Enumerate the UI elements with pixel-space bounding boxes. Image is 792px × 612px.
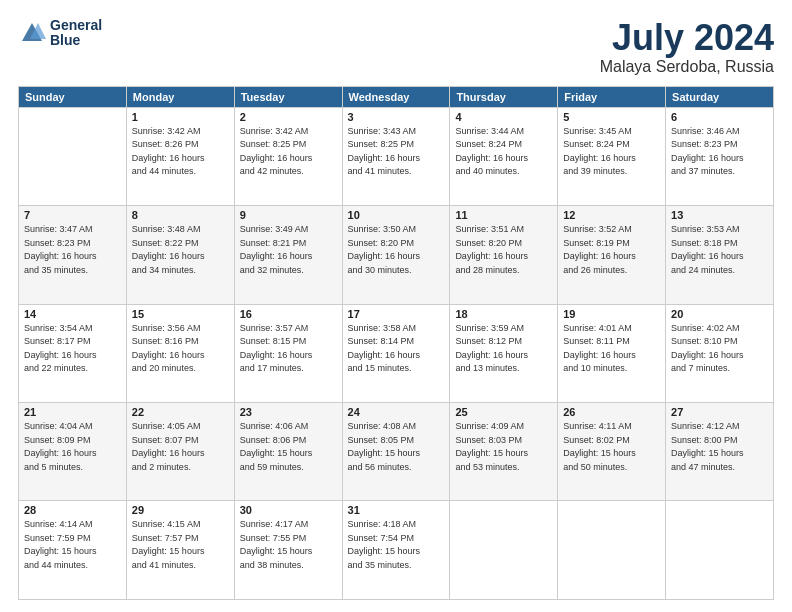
calendar-cell: 31Sunrise: 4:18 AM Sunset: 7:54 PM Dayli… xyxy=(342,501,450,600)
day-info: Sunrise: 4:11 AM Sunset: 8:02 PM Dayligh… xyxy=(563,420,660,474)
day-number: 30 xyxy=(240,504,337,516)
day-info: Sunrise: 4:18 AM Sunset: 7:54 PM Dayligh… xyxy=(348,518,445,572)
calendar-cell: 16Sunrise: 3:57 AM Sunset: 8:15 PM Dayli… xyxy=(234,304,342,402)
calendar-cell: 27Sunrise: 4:12 AM Sunset: 8:00 PM Dayli… xyxy=(666,403,774,501)
logo-icon xyxy=(18,19,46,47)
day-number: 15 xyxy=(132,308,229,320)
day-number: 22 xyxy=(132,406,229,418)
day-info: Sunrise: 3:57 AM Sunset: 8:15 PM Dayligh… xyxy=(240,322,337,376)
day-number: 9 xyxy=(240,209,337,221)
calendar-cell: 18Sunrise: 3:59 AM Sunset: 8:12 PM Dayli… xyxy=(450,304,558,402)
calendar-cell: 15Sunrise: 3:56 AM Sunset: 8:16 PM Dayli… xyxy=(126,304,234,402)
day-number: 11 xyxy=(455,209,552,221)
day-number: 4 xyxy=(455,111,552,123)
calendar-cell: 14Sunrise: 3:54 AM Sunset: 8:17 PM Dayli… xyxy=(19,304,127,402)
calendar-cell xyxy=(19,107,127,205)
day-info: Sunrise: 3:53 AM Sunset: 8:18 PM Dayligh… xyxy=(671,223,768,277)
calendar-cell: 28Sunrise: 4:14 AM Sunset: 7:59 PM Dayli… xyxy=(19,501,127,600)
calendar-cell: 20Sunrise: 4:02 AM Sunset: 8:10 PM Dayli… xyxy=(666,304,774,402)
weekday-header-thursday: Thursday xyxy=(450,86,558,107)
day-info: Sunrise: 3:44 AM Sunset: 8:24 PM Dayligh… xyxy=(455,125,552,179)
day-number: 19 xyxy=(563,308,660,320)
calendar-cell: 12Sunrise: 3:52 AM Sunset: 8:19 PM Dayli… xyxy=(558,206,666,304)
calendar-cell: 10Sunrise: 3:50 AM Sunset: 8:20 PM Dayli… xyxy=(342,206,450,304)
day-info: Sunrise: 3:51 AM Sunset: 8:20 PM Dayligh… xyxy=(455,223,552,277)
day-info: Sunrise: 4:15 AM Sunset: 7:57 PM Dayligh… xyxy=(132,518,229,572)
day-number: 18 xyxy=(455,308,552,320)
day-number: 12 xyxy=(563,209,660,221)
calendar-cell: 13Sunrise: 3:53 AM Sunset: 8:18 PM Dayli… xyxy=(666,206,774,304)
day-number: 16 xyxy=(240,308,337,320)
day-number: 25 xyxy=(455,406,552,418)
calendar-cell: 22Sunrise: 4:05 AM Sunset: 8:07 PM Dayli… xyxy=(126,403,234,501)
header: General Blue July 2024 Malaya Serdoba, R… xyxy=(18,18,774,76)
calendar-cell: 17Sunrise: 3:58 AM Sunset: 8:14 PM Dayli… xyxy=(342,304,450,402)
day-number: 13 xyxy=(671,209,768,221)
calendar-cell: 9Sunrise: 3:49 AM Sunset: 8:21 PM Daylig… xyxy=(234,206,342,304)
calendar-cell: 2Sunrise: 3:42 AM Sunset: 8:25 PM Daylig… xyxy=(234,107,342,205)
calendar-cell: 25Sunrise: 4:09 AM Sunset: 8:03 PM Dayli… xyxy=(450,403,558,501)
day-number: 29 xyxy=(132,504,229,516)
day-info: Sunrise: 4:14 AM Sunset: 7:59 PM Dayligh… xyxy=(24,518,121,572)
calendar-table: SundayMondayTuesdayWednesdayThursdayFrid… xyxy=(18,86,774,600)
logo-text: General Blue xyxy=(50,18,102,49)
day-info: Sunrise: 3:50 AM Sunset: 8:20 PM Dayligh… xyxy=(348,223,445,277)
day-info: Sunrise: 3:49 AM Sunset: 8:21 PM Dayligh… xyxy=(240,223,337,277)
weekday-header-sunday: Sunday xyxy=(19,86,127,107)
day-number: 10 xyxy=(348,209,445,221)
day-number: 20 xyxy=(671,308,768,320)
day-number: 27 xyxy=(671,406,768,418)
calendar-cell: 4Sunrise: 3:44 AM Sunset: 8:24 PM Daylig… xyxy=(450,107,558,205)
day-number: 31 xyxy=(348,504,445,516)
calendar-cell: 6Sunrise: 3:46 AM Sunset: 8:23 PM Daylig… xyxy=(666,107,774,205)
day-info: Sunrise: 4:06 AM Sunset: 8:06 PM Dayligh… xyxy=(240,420,337,474)
calendar-cell: 26Sunrise: 4:11 AM Sunset: 8:02 PM Dayli… xyxy=(558,403,666,501)
calendar-cell xyxy=(558,501,666,600)
day-number: 23 xyxy=(240,406,337,418)
day-info: Sunrise: 3:59 AM Sunset: 8:12 PM Dayligh… xyxy=(455,322,552,376)
calendar-cell: 8Sunrise: 3:48 AM Sunset: 8:22 PM Daylig… xyxy=(126,206,234,304)
weekday-header-wednesday: Wednesday xyxy=(342,86,450,107)
day-number: 1 xyxy=(132,111,229,123)
day-info: Sunrise: 3:54 AM Sunset: 8:17 PM Dayligh… xyxy=(24,322,121,376)
calendar-cell: 24Sunrise: 4:08 AM Sunset: 8:05 PM Dayli… xyxy=(342,403,450,501)
calendar-cell xyxy=(666,501,774,600)
day-number: 17 xyxy=(348,308,445,320)
page: General Blue July 2024 Malaya Serdoba, R… xyxy=(0,0,792,612)
day-number: 8 xyxy=(132,209,229,221)
day-info: Sunrise: 4:17 AM Sunset: 7:55 PM Dayligh… xyxy=(240,518,337,572)
day-number: 5 xyxy=(563,111,660,123)
calendar-cell: 30Sunrise: 4:17 AM Sunset: 7:55 PM Dayli… xyxy=(234,501,342,600)
weekday-header-saturday: Saturday xyxy=(666,86,774,107)
calendar-cell: 19Sunrise: 4:01 AM Sunset: 8:11 PM Dayli… xyxy=(558,304,666,402)
day-info: Sunrise: 3:56 AM Sunset: 8:16 PM Dayligh… xyxy=(132,322,229,376)
title-month: July 2024 xyxy=(600,18,774,58)
day-info: Sunrise: 4:05 AM Sunset: 8:07 PM Dayligh… xyxy=(132,420,229,474)
calendar-cell: 23Sunrise: 4:06 AM Sunset: 8:06 PM Dayli… xyxy=(234,403,342,501)
day-info: Sunrise: 3:42 AM Sunset: 8:26 PM Dayligh… xyxy=(132,125,229,179)
day-info: Sunrise: 3:48 AM Sunset: 8:22 PM Dayligh… xyxy=(132,223,229,277)
calendar-cell: 3Sunrise: 3:43 AM Sunset: 8:25 PM Daylig… xyxy=(342,107,450,205)
calendar-cell: 21Sunrise: 4:04 AM Sunset: 8:09 PM Dayli… xyxy=(19,403,127,501)
day-info: Sunrise: 3:58 AM Sunset: 8:14 PM Dayligh… xyxy=(348,322,445,376)
day-number: 6 xyxy=(671,111,768,123)
calendar-cell xyxy=(450,501,558,600)
day-info: Sunrise: 3:43 AM Sunset: 8:25 PM Dayligh… xyxy=(348,125,445,179)
day-number: 21 xyxy=(24,406,121,418)
logo: General Blue xyxy=(18,18,102,49)
day-number: 7 xyxy=(24,209,121,221)
day-number: 14 xyxy=(24,308,121,320)
weekday-header-friday: Friday xyxy=(558,86,666,107)
weekday-header-tuesday: Tuesday xyxy=(234,86,342,107)
calendar-cell: 1Sunrise: 3:42 AM Sunset: 8:26 PM Daylig… xyxy=(126,107,234,205)
day-info: Sunrise: 4:01 AM Sunset: 8:11 PM Dayligh… xyxy=(563,322,660,376)
weekday-header-monday: Monday xyxy=(126,86,234,107)
calendar-cell: 5Sunrise: 3:45 AM Sunset: 8:24 PM Daylig… xyxy=(558,107,666,205)
calendar-cell: 7Sunrise: 3:47 AM Sunset: 8:23 PM Daylig… xyxy=(19,206,127,304)
day-info: Sunrise: 3:46 AM Sunset: 8:23 PM Dayligh… xyxy=(671,125,768,179)
day-number: 3 xyxy=(348,111,445,123)
day-info: Sunrise: 4:09 AM Sunset: 8:03 PM Dayligh… xyxy=(455,420,552,474)
day-info: Sunrise: 3:47 AM Sunset: 8:23 PM Dayligh… xyxy=(24,223,121,277)
day-number: 26 xyxy=(563,406,660,418)
day-info: Sunrise: 3:52 AM Sunset: 8:19 PM Dayligh… xyxy=(563,223,660,277)
